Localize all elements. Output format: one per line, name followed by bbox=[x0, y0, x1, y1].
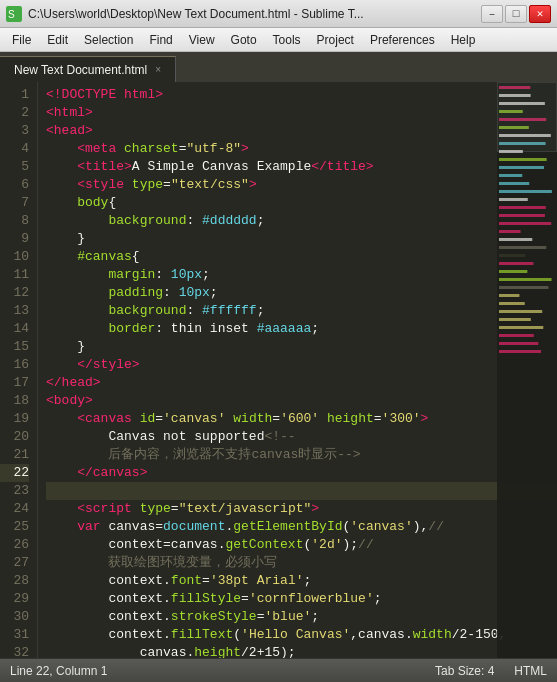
menu-item-file[interactable]: File bbox=[4, 31, 39, 49]
code-line-14: border: thin inset #aaaaaa; bbox=[46, 320, 557, 338]
code-line-28: context.strokeStyle='blue'; bbox=[46, 608, 557, 626]
window-title: C:\Users\world\Desktop\New Text Document… bbox=[28, 7, 481, 21]
svg-text:S: S bbox=[8, 9, 15, 20]
code-line-8: background: #dddddd; bbox=[46, 212, 557, 230]
menu-item-find[interactable]: Find bbox=[141, 31, 180, 49]
line-num-13: 13 bbox=[0, 302, 29, 320]
code-line-29: context.fillText('Hello Canvas',canvas.w… bbox=[46, 626, 557, 644]
close-button[interactable]: ✕ bbox=[529, 5, 551, 23]
tab-close-button[interactable]: × bbox=[155, 64, 161, 75]
line-num-11: 11 bbox=[0, 266, 29, 284]
code-line-23: <script type="text/javascript"> bbox=[46, 500, 557, 518]
code-line-15: } bbox=[46, 338, 557, 356]
code-line-20b: 后备内容，浏览器不支持canvas时显示--> bbox=[46, 446, 557, 464]
code-line-3: <head> bbox=[46, 122, 557, 140]
menu-item-tools[interactable]: Tools bbox=[265, 31, 309, 49]
line-numbers: 1 2 3 4 5 6 7 8 9 10 11 12 13 14 15 16 1… bbox=[0, 82, 38, 658]
editor: 1 2 3 4 5 6 7 8 9 10 11 12 13 14 15 16 1… bbox=[0, 82, 557, 658]
line-num-26: 26 bbox=[0, 536, 29, 554]
line-num-1: 1 bbox=[0, 86, 29, 104]
line-num-21: 21 bbox=[0, 446, 29, 464]
minimap-viewport bbox=[497, 82, 557, 152]
code-line-22 bbox=[46, 482, 557, 500]
code-line-10: #canvas{ bbox=[46, 248, 557, 266]
code-line-25b: 获取绘图环境变量，必须小写 bbox=[46, 554, 557, 572]
code-line-24: var canvas=document.getElementById('canv… bbox=[46, 518, 557, 536]
tab-title: New Text Document.html bbox=[14, 63, 147, 77]
status-right: Tab Size: 4 HTML bbox=[435, 664, 547, 678]
code-line-4: <meta charset="utf-8"> bbox=[46, 140, 557, 158]
code-line-29b: canvas.height/2+15); bbox=[46, 644, 557, 658]
line-num-15: 15 bbox=[0, 338, 29, 356]
line-num-32: 32 bbox=[0, 644, 29, 658]
code-line-1: <!DOCTYPE html> bbox=[46, 86, 557, 104]
line-num-10: 10 bbox=[0, 248, 29, 266]
line-num-12: 12 bbox=[0, 284, 29, 302]
line-num-22: 22 bbox=[0, 464, 29, 482]
menu-item-preferences[interactable]: Preferences bbox=[362, 31, 443, 49]
line-num-19: 19 bbox=[0, 410, 29, 428]
menu-item-project[interactable]: Project bbox=[309, 31, 362, 49]
line-num-17: 17 bbox=[0, 374, 29, 392]
code-line-2: <html> bbox=[46, 104, 557, 122]
code-line-6: <style type="text/css"> bbox=[46, 176, 557, 194]
menu-item-help[interactable]: Help bbox=[443, 31, 484, 49]
code-line-7: body{ bbox=[46, 194, 557, 212]
line-num-4: 4 bbox=[0, 140, 29, 158]
title-bar: S C:\Users\world\Desktop\New Text Docume… bbox=[0, 0, 557, 28]
line-num-6: 6 bbox=[0, 176, 29, 194]
code-line-11: margin: 10px; bbox=[46, 266, 557, 284]
cursor-position: Line 22, Column 1 bbox=[10, 664, 107, 678]
code-line-5: <title>A Simple Canvas Example</title> bbox=[46, 158, 557, 176]
active-tab[interactable]: New Text Document.html × bbox=[0, 56, 176, 82]
line-num-2: 2 bbox=[0, 104, 29, 122]
line-num-14: 14 bbox=[0, 320, 29, 338]
line-num-18: 18 bbox=[0, 392, 29, 410]
line-num-9: 9 bbox=[0, 230, 29, 248]
code-line-21: </canvas> bbox=[46, 464, 557, 482]
line-num-24: 24 bbox=[0, 500, 29, 518]
line-num-8: 8 bbox=[0, 212, 29, 230]
window-controls: – □ ✕ bbox=[481, 5, 551, 23]
line-num-25: 25 bbox=[0, 518, 29, 536]
line-num-7: 7 bbox=[0, 194, 29, 212]
code-area[interactable]: <!DOCTYPE html> <html> <head> <meta char… bbox=[38, 82, 557, 658]
tab-bar: New Text Document.html × bbox=[0, 52, 557, 82]
menu-bar: FileEditSelectionFindViewGotoToolsProjec… bbox=[0, 28, 557, 52]
app-icon: S bbox=[6, 6, 22, 22]
minimize-button[interactable]: – bbox=[481, 5, 503, 23]
line-num-28: 28 bbox=[0, 572, 29, 590]
line-num-3: 3 bbox=[0, 122, 29, 140]
menu-item-view[interactable]: View bbox=[181, 31, 223, 49]
line-num-5: 5 bbox=[0, 158, 29, 176]
code-line-17: </head> bbox=[46, 374, 557, 392]
menu-item-goto[interactable]: Goto bbox=[223, 31, 265, 49]
code-line-27: context.fillStyle='cornflowerblue'; bbox=[46, 590, 557, 608]
line-num-27: 27 bbox=[0, 554, 29, 572]
code-line-20: Canvas not supported<!-- bbox=[46, 428, 557, 446]
maximize-button[interactable]: □ bbox=[505, 5, 527, 23]
language: HTML bbox=[514, 664, 547, 678]
code-line-13: background: #ffffff; bbox=[46, 302, 557, 320]
code-line-26: context.font='38pt Arial'; bbox=[46, 572, 557, 590]
line-num-23: 23 bbox=[0, 482, 29, 500]
status-left: Line 22, Column 1 bbox=[10, 664, 107, 678]
code-line-9: } bbox=[46, 230, 557, 248]
code-line-18: <body> bbox=[46, 392, 557, 410]
line-num-20: 20 bbox=[0, 428, 29, 446]
menu-item-edit[interactable]: Edit bbox=[39, 31, 76, 49]
line-num-29: 29 bbox=[0, 590, 29, 608]
line-num-16: 16 bbox=[0, 356, 29, 374]
code-line-12: padding: 10px; bbox=[46, 284, 557, 302]
tab-size: Tab Size: 4 bbox=[435, 664, 494, 678]
code-line-19: <canvas id='canvas' width='600' height='… bbox=[46, 410, 557, 428]
status-bar: Line 22, Column 1 Tab Size: 4 HTML bbox=[0, 658, 557, 682]
code-line-25: context=canvas.getContext('2d');// bbox=[46, 536, 557, 554]
code-line-16: </style> bbox=[46, 356, 557, 374]
menu-item-selection[interactable]: Selection bbox=[76, 31, 141, 49]
line-num-31: 31 bbox=[0, 626, 29, 644]
minimap bbox=[497, 82, 557, 658]
line-num-30: 30 bbox=[0, 608, 29, 626]
minimap-canvas bbox=[497, 82, 557, 658]
